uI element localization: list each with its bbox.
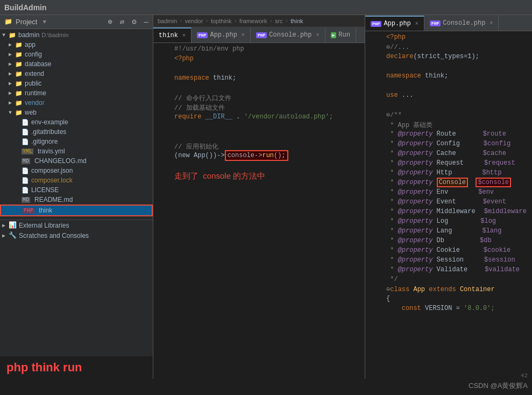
tree-item-changelog[interactable]: MD CHANGELOG.md xyxy=(0,156,153,166)
tree-item-external-libs[interactable]: ▶ 📊 External Libraries xyxy=(0,220,153,230)
extlib-arrow: ▶ xyxy=(2,222,8,229)
consolephp-tab-label: Console.php xyxy=(269,31,311,39)
tree-item-env[interactable]: 📄 env-example xyxy=(0,117,153,127)
root-label: badmin xyxy=(18,31,39,39)
appphp-icon-left: PHP xyxy=(197,32,208,38)
tree-root[interactable]: ▼ 📁 badmin D:\badmin xyxy=(0,30,153,40)
app-folder-icon: 📁 xyxy=(15,41,23,48)
r-code-line: * @property Request$request xyxy=(365,159,532,169)
run-icon: ▶ xyxy=(331,32,337,38)
code-line xyxy=(153,84,365,94)
breadcrumb-think: think xyxy=(290,18,303,24)
travis-file-icon: YML xyxy=(22,149,33,154)
extend-folder-icon: 📁 xyxy=(15,70,23,77)
tree-item-readme[interactable]: MD README.md xyxy=(0,195,153,204)
sidebar-settings-button[interactable]: ⚙ xyxy=(132,17,136,26)
sidebar-dropdown-arrow[interactable]: ▼ xyxy=(42,19,46,25)
r-code-line: * @property Event$event xyxy=(365,198,532,208)
tree-item-license[interactable]: 📄 LICENSE xyxy=(0,185,153,195)
tree-item-web[interactable]: ▼ 📁 web xyxy=(0,108,153,117)
breadcrumb-src: src xyxy=(275,18,283,24)
r-code-line: ⊖//... xyxy=(365,43,532,53)
tree-item-think[interactable]: PHP think xyxy=(0,204,153,216)
sidebar-add-button[interactable]: ⊕ xyxy=(108,17,112,26)
license-label: LICENSE xyxy=(31,186,59,194)
tree-item-public[interactable]: ▶ 📁 public xyxy=(0,79,153,88)
tree-item-extend[interactable]: ▶ 📁 extend xyxy=(0,69,153,79)
appphp-icon-right: PHP xyxy=(371,21,381,27)
scratches-arrow: ▶ xyxy=(2,232,8,239)
travis-label: travis.yml xyxy=(38,147,65,155)
root-folder-icon: 📁 xyxy=(9,32,16,39)
readme-file-icon: MD xyxy=(22,197,30,203)
tab-console-php[interactable]: PHP Console.php × xyxy=(251,27,325,43)
highlight-console-var: $console xyxy=(476,178,511,187)
consolephp-tab-close[interactable]: × xyxy=(316,32,320,38)
editor-right: PHP App.php × PHP Console.php × <?php xyxy=(365,15,532,379)
tab-app-php-right[interactable]: PHP App.php × xyxy=(365,16,424,31)
r-code-line: * @property Middleware$middleware xyxy=(365,208,532,217)
r-code-line: declare(strict_types=1); xyxy=(365,53,532,62)
tree-item-runtime[interactable]: ▶ 📁 runtime xyxy=(0,88,153,98)
file-tree: ▼ 📁 badmin D:\badmin ▶ 📁 app ▶ 📁 xyxy=(0,29,153,217)
composerjson-label: composer.json xyxy=(31,167,73,174)
code-line: // 加载基础文件 xyxy=(153,103,365,113)
highlight-console-prop: Console xyxy=(437,178,468,187)
code-line xyxy=(153,123,365,132)
sidebar-sync-button[interactable]: ⇄ xyxy=(120,17,124,26)
sidebar-project-label: Project xyxy=(16,18,37,26)
consolephp-tab-label-right: Console.php xyxy=(443,19,485,27)
r-code-line xyxy=(365,82,532,91)
tab-app-php-left[interactable]: PHP App.php × xyxy=(191,27,251,43)
think-tab-close[interactable]: × xyxy=(182,33,186,39)
gitignore-file-icon: 📄 xyxy=(22,138,29,145)
public-label: public xyxy=(25,80,41,87)
tree-item-composer-lock[interactable]: 📄 composer.lock xyxy=(0,175,153,185)
think-file-icon: PHP xyxy=(23,208,34,214)
root-path: D:\badmin xyxy=(41,32,68,38)
tree-item-scratches[interactable]: ▶ 🔧 Scratches and Consoles xyxy=(0,230,153,241)
think-label: think xyxy=(39,207,52,214)
consolephp-tab-close-right[interactable]: × xyxy=(490,20,493,26)
runtime-arrow: ▶ xyxy=(9,90,14,96)
changelog-file-icon: MD xyxy=(22,158,30,164)
web-arrow: ▼ xyxy=(9,110,14,116)
appphp-tab-close-left[interactable]: × xyxy=(242,32,245,38)
appphp-tab-close-right[interactable]: × xyxy=(415,21,418,27)
tree-item-vendor[interactable]: ▶ 📁 vendor xyxy=(0,98,153,108)
code-line xyxy=(153,132,365,142)
web-label: web xyxy=(25,109,37,116)
r-code-line: { xyxy=(365,295,532,305)
topbar: BuildAdmin xyxy=(0,0,532,15)
code-line xyxy=(153,65,365,74)
r-code-line: * @property Session$session xyxy=(365,256,532,266)
tree-item-gitattributes[interactable]: 📄 .gitattributes xyxy=(0,127,153,137)
app-title: BuildAdmin xyxy=(4,3,47,12)
run-tab-label: Run xyxy=(338,31,350,39)
tab-run[interactable]: ▶ Run xyxy=(325,27,356,43)
think-tab-label: think xyxy=(159,32,178,39)
editor-left-content: #!/usr/bin/env php <?php namespace think… xyxy=(153,43,365,379)
editor-left: badmin › vendor › topthink › framework ›… xyxy=(153,15,365,379)
r-code-line xyxy=(365,101,532,111)
editor-right-content: <?php ⊖//... declare(strict_types=1); na… xyxy=(365,31,532,379)
tab-console-php-right[interactable]: PHP Console.php × xyxy=(424,16,499,31)
tree-item-app[interactable]: ▶ 📁 app xyxy=(0,40,153,50)
r-code-line: namespace think; xyxy=(365,72,532,82)
tree-item-config[interactable]: ▶ 📁 config xyxy=(0,50,153,59)
config-arrow: ▶ xyxy=(9,51,14,58)
vendor-arrow: ▶ xyxy=(9,100,14,106)
annotation-text: 走到了 console 的方法中 xyxy=(174,171,265,180)
composerlock-file-icon: 📄 xyxy=(22,177,29,184)
tree-item-composer-json[interactable]: 📄 composer.json xyxy=(0,166,153,175)
sidebar-collapse-button[interactable]: — xyxy=(144,18,148,26)
config-folder-icon: 📁 xyxy=(15,51,23,58)
external-libraries-section: ▶ 📊 External Libraries ▶ 🔧 Scratches and… xyxy=(0,220,153,241)
tree-item-gitignore[interactable]: 📄 .gitignore xyxy=(0,137,153,146)
root-arrow: ▼ xyxy=(2,32,8,38)
tree-item-database[interactable]: ▶ 📁 database xyxy=(0,59,153,69)
tree-item-travis[interactable]: YML travis.yml xyxy=(0,146,153,156)
breadcrumb-vendor: vendor xyxy=(185,18,203,24)
tab-think[interactable]: think × xyxy=(153,27,191,43)
sidebar-content: ▼ 📁 badmin D:\badmin ▶ 📁 app ▶ 📁 xyxy=(0,29,153,356)
